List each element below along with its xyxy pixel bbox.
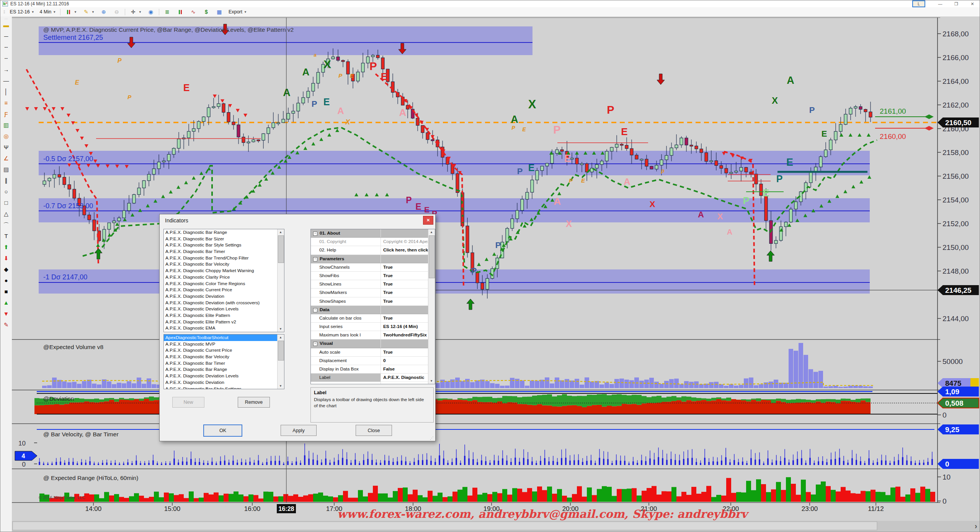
dot-icon[interactable]: ● [2, 276, 11, 285]
ruler-icon[interactable]: ▬ [2, 20, 11, 29]
new-button[interactable]: New [172, 397, 204, 408]
dialog-close-icon[interactable]: ✕ [423, 216, 433, 225]
price-target-icon[interactable]: ◎ [2, 131, 11, 140]
properties-grid[interactable]: −01. About01. CopyrightCopyright © 2014 … [310, 229, 435, 384]
apply-button[interactable]: Apply [281, 425, 317, 436]
property-row[interactable]: Auto scaleTrue [311, 348, 435, 357]
regression-channel-icon[interactable]: ▨ [2, 165, 11, 174]
ok-button[interactable]: OK [203, 424, 242, 437]
scrollbar[interactable]: ▲▼ [428, 229, 435, 384]
property-row[interactable]: ShowLinesTrue [311, 280, 435, 289]
indicator-list-item[interactable]: A.P.E.X. Diagnostic Choppy Market Warnin… [164, 268, 284, 274]
indicator-list-item[interactable]: A.P.E.X. Diagnostic Deviation (with cros… [164, 300, 284, 306]
minimize-button[interactable]: — [932, 0, 948, 7]
applied-indicator-item[interactable]: A.P.E.X. Diagnostic Current Price [164, 347, 284, 354]
property-row[interactable]: PanelSame as input series [311, 382, 435, 384]
arrow-up-icon[interactable]: ⬆ [2, 242, 11, 251]
property-row[interactable]: Display in Data BoxFalse [311, 365, 435, 374]
property-row[interactable]: ShowFibsTrue [311, 272, 435, 280]
property-section[interactable]: −Data [311, 306, 435, 314]
fib-retracement-icon[interactable]: ≡ [2, 98, 11, 107]
property-row[interactable]: ShowMarkersTrue [311, 289, 435, 297]
property-row[interactable]: ShowChannelsTrue [311, 263, 435, 272]
indicator-list-item[interactable]: A.P.E.X. Diagnostic Color Time Regions [164, 281, 284, 287]
property-section[interactable]: −01. About [311, 229, 435, 238]
property-row[interactable]: 01. CopyrightCopyright © 2014 Apex I [311, 238, 435, 246]
restore-button[interactable]: ❐ [948, 0, 964, 7]
time-regions-icon[interactable]: ▥ [2, 120, 11, 129]
property-row[interactable]: Input seriesES 12-16 (4 Min) [311, 323, 435, 331]
resize-grip[interactable]: ⋰ [430, 436, 434, 440]
property-section[interactable]: −Visual [311, 339, 435, 348]
bar-style-button[interactable]: ▼ [62, 8, 80, 16]
indicator-list-item[interactable]: A.P.E.X. Diagnostic Bar Velocity [164, 261, 284, 268]
gann-fan-icon[interactable]: ∠ [2, 153, 11, 163]
indicator-list-item[interactable]: A.P.E.X. Diagnostic Deviation Levels [164, 306, 284, 312]
drawing-tools-button[interactable]: ✎▼ [80, 8, 97, 16]
applied-indicator-item[interactable]: A.P.E.X. Diagnostic MVP [164, 341, 284, 348]
triangle-down-icon[interactable]: ▼ [2, 309, 11, 318]
indicator-list-item[interactable]: A.P.E.X. Diagnostic Bar Sizer [164, 236, 284, 242]
data-box-button[interactable]: ◉ [144, 8, 157, 16]
applied-indicator-item[interactable]: A.P.E.X. Diagnostic Bar Range [164, 366, 284, 373]
diamond-icon[interactable]: ◆ [2, 264, 11, 274]
property-row[interactable]: ShowShapesTrue [311, 297, 435, 306]
extended-line-icon[interactable]: ┄ [2, 54, 11, 63]
indicator-list-item[interactable]: A.P.E.X. Diagnostic Current Price [164, 287, 284, 293]
arrow-line-icon[interactable]: → [2, 65, 11, 74]
chart-canvas[interactable]: 2161,002160,00EPEPAaXAPEPEPEXAXAPEEPPPAX… [12, 16, 980, 532]
line-chart-button[interactable]: ∿ [187, 8, 200, 16]
applied-indicator-item[interactable]: A.P.E.X. Diagnostic Deviation Levels [164, 373, 284, 379]
arrow-down-icon[interactable]: ⬇ [2, 253, 11, 263]
zoom-in-button[interactable]: ⊕ [97, 8, 110, 16]
horizontal-line-icon[interactable]: ― [2, 76, 11, 85]
indicator-list-item[interactable]: A.P.E.X. Diagnostic Bar Timer [164, 248, 284, 255]
applied-indicator-item[interactable]: A.P.E.X. Diagnostic Deviation [164, 379, 284, 386]
instrument-selector[interactable]: ES 12-16▼ [7, 8, 37, 15]
chart-trader-button[interactable]: ≣ [161, 8, 174, 16]
applied-indicator-item[interactable]: A.P.E.X. Diagnostic Bar Velocity [164, 354, 284, 360]
indicator-list-item[interactable]: A.P.E.X. Diagnostic Deviation [164, 293, 284, 300]
applied-indicator-item[interactable]: A.P.E.X. Diagnostic Bar Style Settings [164, 386, 284, 390]
misc-drawing-icon[interactable]: ✎ [2, 320, 11, 329]
indicator-list-item[interactable]: A.P.E.X. Diagnostic Bar Style Settings [164, 242, 284, 248]
toolbar-grip-icon[interactable]: ⁞⁞ [3, 10, 5, 14]
remove-button[interactable]: Remove [238, 397, 270, 408]
applied-indicator-item[interactable]: A.P.E.X. Diagnostic Bar Timer [164, 360, 284, 367]
square-icon[interactable]: ■ [2, 287, 11, 296]
fib-extension-icon[interactable]: Ƒ [2, 109, 11, 118]
property-row[interactable]: Calculate on bar closTrue [311, 314, 435, 323]
zoom-out-button[interactable]: ⊖ [110, 8, 123, 16]
line-icon[interactable]: ─ [2, 31, 11, 41]
rectangle-icon[interactable]: □ [2, 198, 11, 207]
text-tool-icon[interactable]: T [2, 231, 11, 240]
pitchfork-icon[interactable]: Ψ [2, 142, 11, 152]
property-row[interactable]: Maximum bars look lTwoHundredFiftySix [311, 331, 435, 339]
ellipse-icon[interactable]: ○ [2, 187, 11, 196]
scrollbar[interactable]: ▲▼ [277, 335, 284, 389]
candle-chart-button[interactable] [174, 8, 187, 16]
cursor-button[interactable]: ✛▼ [127, 8, 144, 16]
ray-icon[interactable]: ╌ [2, 42, 11, 52]
interval-selector[interactable]: 4 Min▼ [37, 8, 59, 15]
property-section[interactable]: −Parameters [311, 255, 435, 263]
indicator-list-item[interactable]: A.P.E.X. Diagnostic Bar Trend/Chop Filte… [164, 255, 284, 261]
indicator-list-item[interactable]: A.P.E.X. Diagnostic Bar Range [164, 229, 284, 236]
vertical-line-icon[interactable]: │ [2, 87, 11, 96]
dollar-button[interactable]: $ [200, 8, 213, 16]
property-row[interactable]: 02. HelpClick here, then click [311, 246, 435, 255]
triangle-icon[interactable]: △ [2, 209, 11, 218]
indicator-list-item[interactable]: A.P.E.X. Diagnostic Elite Pattern v2 [164, 319, 284, 325]
property-row[interactable]: Displacement0 [311, 357, 435, 365]
close-button[interactable]: ✕ [964, 0, 980, 7]
notes-button[interactable]: ▦ [213, 8, 226, 16]
available-indicators-list[interactable]: A.P.E.X. Diagnostic Bar RangeA.P.E.X. Di… [163, 229, 284, 332]
indicator-list-item[interactable]: A.P.E.X. Diagnostic Clarity Price [164, 274, 284, 281]
applied-indicator-item[interactable]: ApexDiagnosticToolbarShortcut [164, 335, 284, 341]
arc-icon[interactable]: ⌒ [2, 220, 11, 229]
property-row[interactable]: LabelA.P.E.X. Diagnostic [311, 374, 435, 382]
indicator-list-item[interactable]: A.P.E.X. Diagnostic Elite Pattern [164, 312, 284, 319]
indicator-list-item[interactable]: A.P.E.X. Diagnostic EMA [164, 325, 284, 331]
dialog-close-button[interactable]: Close [356, 425, 392, 436]
instrument-link-button[interactable]: L [912, 0, 925, 7]
